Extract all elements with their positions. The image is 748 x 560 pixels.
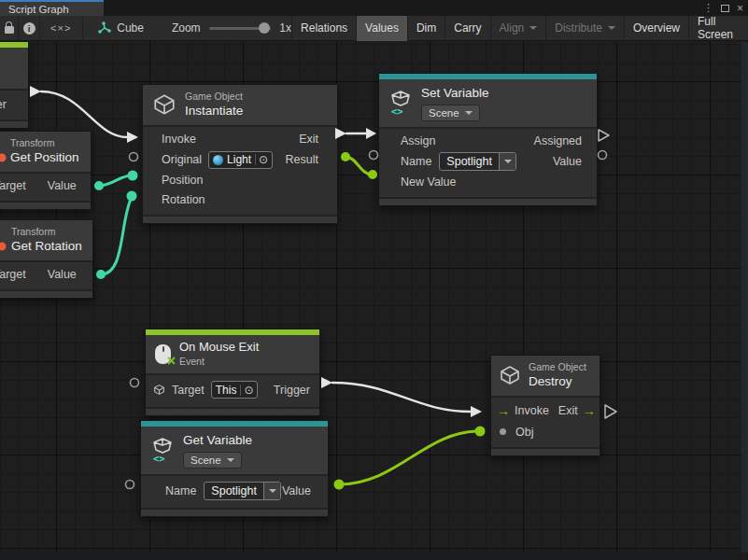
chevron-down-icon	[529, 26, 537, 30]
variables-icon: <>	[150, 437, 175, 463]
align-button[interactable]: Align	[490, 16, 546, 41]
port-label-name: Name	[401, 155, 431, 168]
graph-canvas[interactable]	[0, 41, 748, 560]
node-footer	[0, 201, 91, 209]
node-title: Get Variable	[183, 432, 252, 449]
variable-kind-dropdown[interactable]: Scene	[421, 105, 480, 121]
node-footer	[0, 119, 28, 128]
object-picker-icon[interactable]: ⊙	[240, 385, 256, 396]
node-footer	[143, 215, 337, 223]
variables-icon: <>	[388, 90, 413, 116]
node-title: Set Variable	[421, 85, 489, 102]
chevron-down-icon	[269, 489, 276, 493]
node-footer	[379, 197, 597, 205]
zoom-value: 1x	[279, 21, 291, 35]
node-instantiate[interactable]: Game Object Instantiate Invoke Exit Orig…	[142, 84, 338, 224]
node-on-mouse-exit[interactable]: On Mouse Exit Event Target This ⊙ Trigge…	[145, 329, 320, 416]
maximize-icon[interactable]	[721, 5, 729, 12]
port-label-value: Value	[48, 268, 77, 281]
close-icon[interactable]: ×	[737, 3, 743, 14]
cube-icon	[499, 364, 521, 386]
node-get-rotation[interactable]: Transform Get Rotation Target Value	[0, 219, 93, 299]
port-label-result: Result	[286, 153, 318, 166]
port-label-target: Target	[172, 384, 205, 397]
node-get-variable[interactable]: <> Get Variable Scene Name Spotlight Val…	[140, 420, 329, 517]
node-title: Destroy	[529, 373, 586, 390]
tab-script-graph[interactable]: Script Graph	[0, 0, 104, 16]
code-view-button[interactable]: <×>	[40, 16, 82, 41]
zoom-label: Zoom	[172, 21, 201, 35]
lock-button[interactable]	[0, 16, 18, 41]
port-label-trigger: Trigger	[274, 384, 310, 397]
toolbar-separator	[82, 16, 83, 41]
object-field-light[interactable]: Light ⊙	[208, 151, 273, 169]
chevron-down-icon	[504, 160, 512, 163]
node-set-variable[interactable]: <> Set Variable Scene Assign Assigned Na…	[378, 73, 598, 206]
node-footer	[141, 508, 328, 516]
vertical-scrollbar[interactable]	[741, 42, 748, 553]
node-title: On Mouse Exit	[179, 340, 259, 356]
variable-name-dropdown[interactable]: Spotlight	[204, 482, 281, 500]
port-label-rotation: Rotation	[162, 193, 205, 206]
tab-title: Script Graph	[8, 4, 69, 15]
node-category: Transform	[11, 226, 83, 238]
port-label-original: Original	[162, 153, 202, 166]
info-button[interactable]	[19, 16, 39, 41]
relations-button[interactable]: Relations	[291, 16, 356, 41]
overview-button[interactable]: Overview	[624, 16, 688, 41]
window-controls: ⋮ ×	[703, 0, 743, 16]
object-field-this[interactable]: This ⊙	[211, 381, 259, 399]
node-footer	[491, 447, 600, 455]
graph-icon	[97, 21, 111, 35]
light-icon	[213, 155, 223, 165]
variable-name-dropdown[interactable]: Spotlight	[439, 152, 516, 171]
port-label-value: Value	[48, 179, 77, 192]
zoom-slider[interactable]	[209, 27, 272, 30]
node-get-position[interactable]: Transform Get Position Target Value	[0, 131, 92, 210]
node-title: Get Position	[10, 149, 81, 166]
graph-toolbar: <×> Cube Zoom 1x Relations Values Dim Ca…	[0, 16, 748, 41]
port-label-target: Target	[0, 268, 26, 281]
svg-text:<>: <>	[391, 105, 403, 116]
port-label-trigger: Trigger	[0, 98, 7, 111]
lock-icon	[5, 26, 14, 34]
node-header	[0, 48, 28, 91]
carry-button[interactable]: Carry	[445, 16, 489, 41]
script-graph-window: Script Graph ⋮ × <×> Cube Zoom 1x R	[0, 0, 748, 560]
port-label-obj: Obj	[515, 426, 533, 439]
distribute-button[interactable]: Distribute	[545, 16, 624, 41]
zoom-slider-handle[interactable]	[259, 22, 270, 34]
chevron-down-icon	[227, 458, 234, 462]
node-footer	[0, 289, 92, 298]
flow-out-arrow-icon[interactable]: →	[583, 404, 596, 417]
horizontal-scrollbar[interactable]	[0, 553, 741, 560]
node-category: Transform	[10, 137, 81, 149]
port-label-target: Target	[0, 179, 26, 192]
node-category: Game Object	[185, 91, 243, 103]
graph-name: Cube	[117, 21, 144, 35]
port-label-assigned: Assigned	[534, 134, 582, 147]
chevron-down-icon	[465, 111, 473, 115]
port-label-invoke: Invoke	[515, 404, 549, 417]
values-button[interactable]: Values	[356, 16, 407, 41]
flow-in-arrow-icon[interactable]: →	[497, 404, 510, 417]
tab-bar: Script Graph ⋮ ×	[0, 0, 748, 16]
port-label-name: Name	[165, 484, 196, 497]
code-brackets-icon: <×>	[50, 22, 71, 34]
port-label-position: Position	[162, 174, 203, 187]
dim-button[interactable]: Dim	[407, 16, 445, 41]
graph-breadcrumb[interactable]: Cube	[97, 16, 144, 41]
node-title: Get Rotation	[11, 238, 83, 255]
node-destroy[interactable]: Game Object Destroy → Invoke Exit → Obj	[490, 355, 600, 456]
value-port-dot-icon[interactable]	[500, 428, 506, 435]
port-label-assign: Assign	[401, 134, 436, 147]
mouse-icon	[155, 344, 171, 364]
variable-kind-dropdown[interactable]: Scene	[183, 452, 242, 469]
object-picker-icon[interactable]: ⊙	[255, 154, 271, 165]
node-footer	[146, 407, 319, 415]
port-label-value: Value	[282, 484, 311, 497]
fullscreen-button[interactable]: Full Screen	[688, 16, 748, 41]
menu-icon[interactable]: ⋮	[703, 2, 713, 14]
port-label-exit: Exit	[558, 404, 578, 417]
node-hidden-event[interactable]: Trigger	[0, 41, 29, 129]
